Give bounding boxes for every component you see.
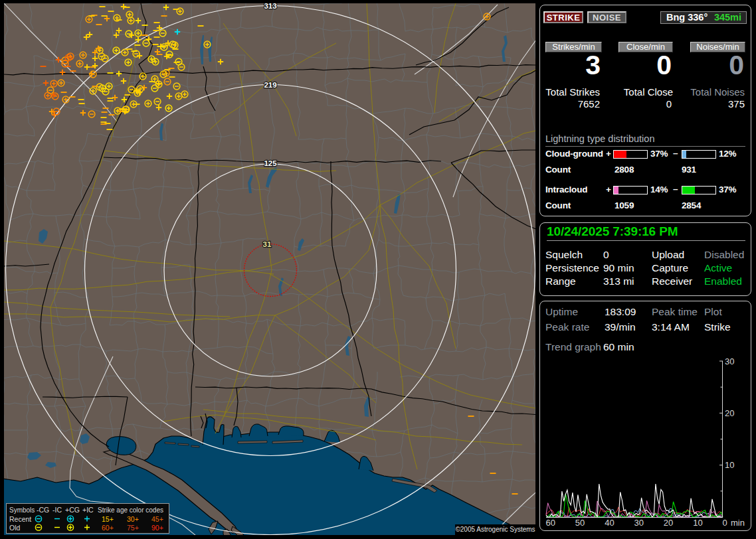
svg-text:20: 20 [725,408,734,418]
svg-text:20: 20 [664,518,673,528]
svg-text:Recent: Recent [9,515,31,523]
svg-text:313: 313 [264,3,276,10]
svg-text:10: 10 [725,460,734,470]
svg-text:Symbols: Symbols [9,506,35,514]
svg-text:Old: Old [9,524,21,532]
svg-text:15+: 15+ [102,515,114,523]
svg-text:30: 30 [634,518,644,528]
svg-text:-IC: -IC [52,506,62,514]
svg-text:30+: 30+ [127,515,139,523]
svg-text:10: 10 [693,518,702,528]
svg-text:40: 40 [605,518,614,528]
svg-text:50: 50 [575,518,585,528]
svg-text:45+: 45+ [151,515,163,523]
svg-text:Strike age color codes: Strike age color codes [98,506,163,514]
svg-text:75+: 75+ [127,524,139,532]
svg-text:+CG: +CG [65,506,80,514]
svg-text:60: 60 [546,518,555,528]
svg-text:-CG: -CG [37,506,49,514]
svg-text:60+: 60+ [102,524,114,532]
svg-text:30: 30 [725,356,734,366]
svg-text:0: 0 [723,518,727,528]
svg-text:125: 125 [264,159,277,167]
svg-text:90+: 90+ [151,524,163,532]
svg-text:min: min [731,518,745,528]
svg-text:219: 219 [264,81,276,89]
svg-text:31: 31 [263,240,272,248]
svg-text:+IC: +IC [82,506,94,514]
